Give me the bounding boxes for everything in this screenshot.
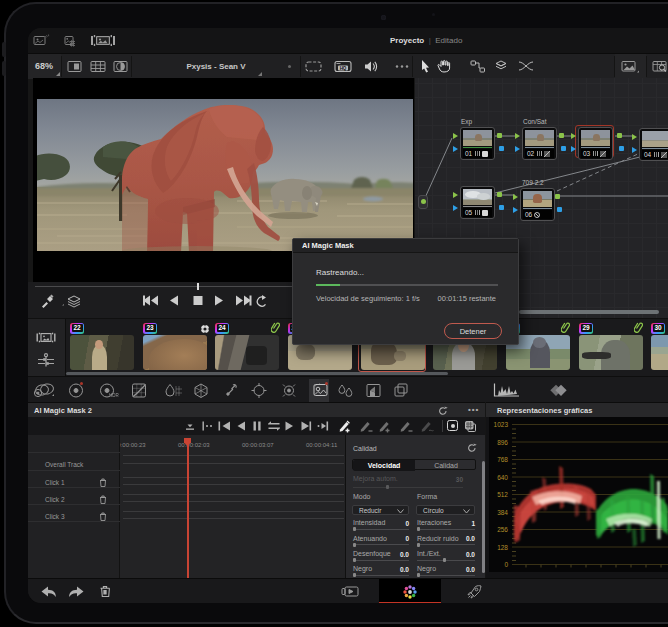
svg-text:896: 896: [497, 439, 508, 446]
svg-text:256: 256: [497, 526, 508, 533]
svg-text:0: 0: [504, 561, 508, 568]
svg-text:HDR: HDR: [109, 393, 119, 398]
svg-text:512: 512: [497, 491, 508, 498]
svg-text:1023: 1023: [494, 421, 509, 428]
svg-text:128: 128: [497, 544, 508, 551]
svg-text:768: 768: [497, 456, 508, 463]
svg-text:HQ: HQ: [340, 66, 347, 71]
svg-text:384: 384: [497, 509, 508, 516]
svg-text:640: 640: [497, 474, 508, 481]
